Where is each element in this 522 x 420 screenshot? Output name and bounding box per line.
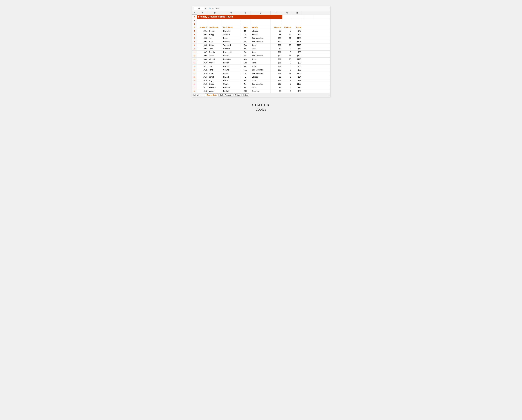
cell-8-variety: Blue Mountain <box>251 40 271 43</box>
cell-1h <box>304 15 314 19</box>
row-5: 5 1001 Brenton Hayashi MI Ethiopia $8 5 … <box>192 29 330 33</box>
row-num-6: 6 <box>192 33 197 36</box>
col-header-c[interactable]: C <box>222 11 240 15</box>
cell-9-order: 1005 <box>197 43 208 47</box>
cell-19-variety: Kona <box>251 79 271 82</box>
row-num-21: 21 <box>192 86 197 89</box>
cell-22-price: $5 <box>271 89 282 93</box>
scroll-left-icon[interactable]: ‖ <box>327 94 328 96</box>
cell-20-price: $12 <box>271 82 282 86</box>
cell-9-firstname: Kristen <box>208 43 222 47</box>
header-price: Price/lb. <box>271 26 282 29</box>
nav-prev[interactable]: ◀ <box>196 93 199 96</box>
cell-22-state: OH <box>240 89 251 93</box>
cell-6-pounds: 12 <box>282 33 292 36</box>
dropdown-arrow-icon[interactable]: ▾ <box>205 8 206 9</box>
tab-index[interactable]: Index <box>242 93 249 96</box>
cell-20-pounds: 9 <box>282 82 292 86</box>
cell-5-firstname: Brenton <box>208 29 222 33</box>
nav-first[interactable]: |◀ <box>193 93 196 96</box>
scroll-right-icon[interactable]: ◀ <box>328 94 329 96</box>
cell-8-sale: $108 <box>292 40 302 43</box>
cell-6-variety: Ethiopia <box>251 33 271 36</box>
sheet-tabs: |◀ ◀ ▶ ▶| Source Data Sales Amounts Matc… <box>192 93 330 97</box>
row-num-13: 13 <box>192 58 197 61</box>
cell-13-order: 1009 <box>197 58 208 61</box>
cell-19-order: 1015 <box>197 79 208 82</box>
cell-20-firstname: Shelia <box>208 82 222 86</box>
cell-7-price: $12 <box>271 36 282 40</box>
cell-3f <box>271 22 282 26</box>
cell-15-order: 1011 <box>197 65 208 68</box>
cell-20-variety: Blue Mountain <box>251 82 271 86</box>
cell-21-pounds: 5 <box>282 86 292 89</box>
formula-value: 1001 <box>215 7 329 10</box>
formula-bar: A5 ▾ 🔍 fx 1001 <box>192 6 330 11</box>
cell-7-sale: $132 <box>292 36 302 40</box>
cell-15-price: $11 <box>271 65 282 68</box>
tabs-right-controls: ‖ ◀ <box>327 94 329 96</box>
cell-3e <box>251 22 271 26</box>
cell-9-state: GA <box>240 43 251 47</box>
cell-9-sale: $110 <box>292 43 302 47</box>
col-header-h[interactable]: H <box>292 11 302 15</box>
cell-6-lastname: Socorro <box>222 33 240 36</box>
cell-reference[interactable]: A5 <box>193 7 204 10</box>
cell-5-sale: $40 <box>292 29 302 33</box>
cell-19-pounds: 7 <box>282 79 292 82</box>
cell-15-pounds: 5 <box>282 65 292 68</box>
select-all-triangle: ◤ <box>194 12 195 14</box>
row-num-17: 17 <box>192 72 197 75</box>
header-sale: $ Sale <box>292 26 302 29</box>
cell-8-order: 1004 <box>197 40 208 43</box>
cell-21-state: MI <box>240 86 251 89</box>
row-num-2: 2 <box>192 19 197 22</box>
col-header-b[interactable]: B <box>208 11 222 15</box>
cell-17-lastname: Aurich <box>222 72 240 75</box>
cell-19-lastname: Heide <box>222 79 240 82</box>
row-num-11: 11 <box>192 51 197 54</box>
cell-12-state: WI <box>240 54 251 57</box>
col-header-e[interactable]: E <box>251 11 271 15</box>
cell-14-firstname: Andres <box>208 61 222 64</box>
cell-17-state: CA <box>240 72 251 75</box>
cell-12-order: 1008 <box>197 54 208 57</box>
nav-last[interactable]: ▶| <box>202 93 205 96</box>
col-header-d[interactable]: D <box>240 11 251 15</box>
cell-7-variety: Blue Mountain <box>251 36 271 40</box>
cell-15-variety: Kona <box>251 65 271 68</box>
cell-17-firstname: Sofia <box>208 72 222 75</box>
cell-12-variety: Blue Mountain <box>251 54 271 57</box>
cell-20-lastname: Oballe <box>222 82 240 86</box>
tab-sales-amounts[interactable]: Sales Amounts <box>218 93 233 96</box>
cell-5-state: MI <box>240 29 251 33</box>
cell-3b <box>208 22 222 26</box>
cell-13-variety: Kona <box>251 58 271 61</box>
cell-11-sale: $88 <box>292 51 302 54</box>
row-num-5: 5 <box>192 29 197 33</box>
col-header-a[interactable]: A <box>197 11 208 15</box>
row-8: 8 1004 Rufus Esquirel LA Blue Mountain $… <box>192 40 330 43</box>
cell-3d <box>240 22 251 26</box>
cell-11-lastname: Rheingold <box>222 51 240 54</box>
header-pounds: Pounds <box>282 26 292 29</box>
row-num-12: 12 <box>192 54 197 57</box>
col-header-g[interactable]: G <box>282 11 292 15</box>
cell-13-lastname: Knowlton <box>222 58 240 61</box>
tab-source-data[interactable]: Source Data <box>205 93 218 96</box>
row-num-1: 1 <box>192 15 197 19</box>
row-num-3: 3 <box>192 22 197 26</box>
col-header-f[interactable]: F <box>271 11 282 15</box>
cell-22-pounds: 9 <box>282 89 292 93</box>
cell-13-pounds: 10 <box>282 58 292 61</box>
add-sheet-button[interactable]: + <box>249 93 253 96</box>
cell-5-lastname: Hayashi <box>222 29 240 33</box>
cell-16-variety: Blue Mountain <box>251 68 271 72</box>
cell-2h <box>292 19 302 22</box>
cell-14-sale: $99 <box>292 61 302 64</box>
tab-match[interactable]: Match <box>233 93 241 96</box>
cell-10-pounds: 9 <box>282 47 292 50</box>
data-rows-container: 5 1001 Brenton Hayashi MI Ethiopia $8 5 … <box>192 29 330 93</box>
row-2: 2 <box>192 19 330 22</box>
nav-next[interactable]: ▶ <box>199 93 202 96</box>
